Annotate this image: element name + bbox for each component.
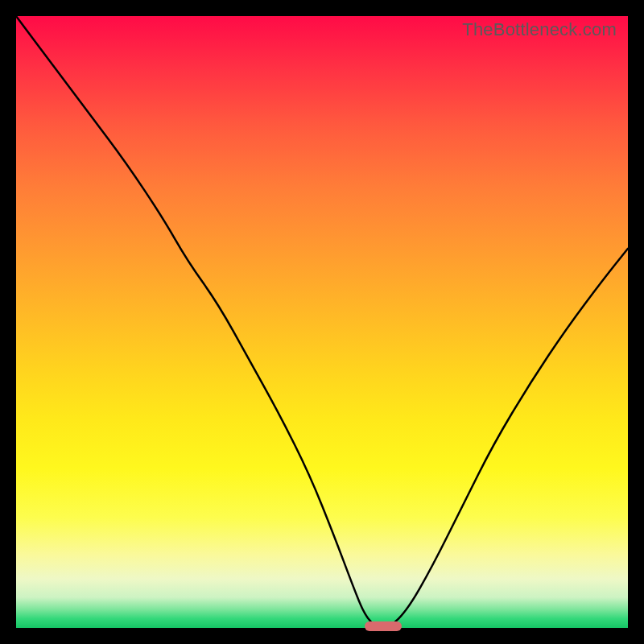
bottleneck-curve: [16, 16, 628, 628]
optimal-marker: [365, 621, 402, 631]
chart-plot-area: TheBottleneck.com: [16, 16, 628, 628]
chart-frame: TheBottleneck.com: [0, 0, 644, 644]
